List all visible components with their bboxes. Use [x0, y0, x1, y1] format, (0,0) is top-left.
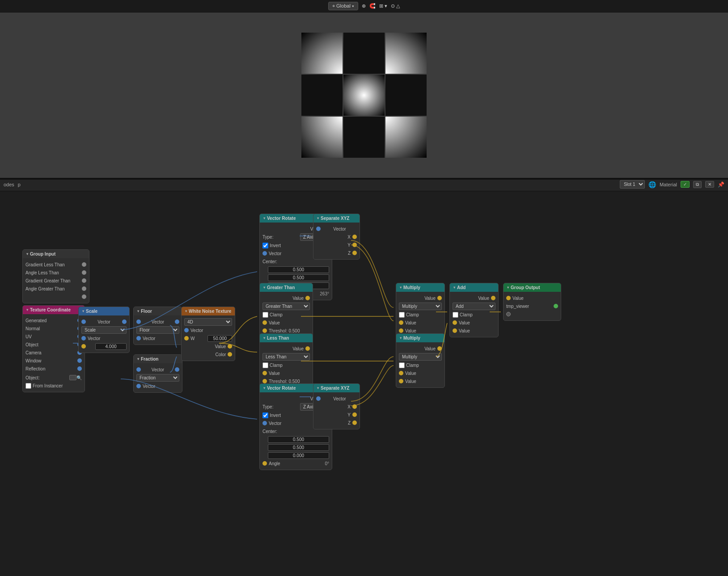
- mt-clamp-check[interactable]: [399, 312, 405, 318]
- white-noise-header[interactable]: ▾ White Noise Texture: [182, 307, 235, 315]
- add-clamp-check[interactable]: [453, 312, 458, 318]
- vrt-cx-input[interactable]: [268, 266, 329, 273]
- vrb-invert-check[interactable]: [262, 412, 268, 418]
- sxyz-t-socket-vec[interactable]: [316, 227, 321, 231]
- sxyz-bot-header[interactable]: ▾ Separate XYZ: [313, 384, 360, 392]
- sxyz-b-socket-vec[interactable]: [316, 396, 321, 401]
- separator-icon: ⊕: [362, 3, 366, 9]
- mb-type-select[interactable]: Multiply: [399, 353, 442, 361]
- wn-dim-select[interactable]: 4D: [184, 318, 232, 326]
- gt-clamp-check[interactable]: [262, 312, 268, 318]
- gi-socket-gradient-greater[interactable]: [82, 278, 86, 283]
- floor-socket-out[interactable]: [175, 320, 179, 324]
- sxyz-t-socket-z[interactable]: [352, 251, 357, 255]
- mt-type-select[interactable]: Multiply: [399, 303, 442, 310]
- vrb-cz-input[interactable]: [268, 452, 329, 459]
- fraction-vec-in: Vector: [136, 366, 179, 373]
- sxyz-b-socket-y[interactable]: [352, 412, 357, 417]
- go-header[interactable]: ▾ Group Output: [504, 283, 561, 292]
- scale-socket-val[interactable]: [81, 344, 86, 349]
- tc-object-picker[interactable]: [69, 375, 76, 380]
- add-socket-in2[interactable]: [453, 328, 457, 333]
- wn-socket-vec[interactable]: [184, 328, 189, 332]
- vrb-cx-input[interactable]: [268, 436, 329, 443]
- copy-material-btn[interactable]: ⧉: [693, 181, 702, 188]
- vrb-cy-input[interactable]: [268, 444, 329, 451]
- gt-header[interactable]: ▾ Greater Than: [260, 283, 313, 292]
- sxyz-b-socket-x[interactable]: [352, 404, 357, 409]
- scale-type-select[interactable]: Scale: [81, 326, 127, 334]
- wn-vector: Vector: [184, 327, 232, 334]
- add-socket-out[interactable]: [491, 296, 495, 300]
- mb-clamp-check[interactable]: [399, 362, 405, 368]
- mb-socket-in1[interactable]: [399, 371, 403, 375]
- sxyz-t-socket-y[interactable]: [352, 243, 357, 247]
- mb-socket-out[interactable]: [437, 346, 442, 351]
- gt-socket-thresh[interactable]: [262, 328, 267, 333]
- use-material-btn[interactable]: ✓: [681, 181, 690, 188]
- wn-w-input[interactable]: [207, 335, 232, 342]
- mult-bot-header[interactable]: ▾ Multiply: [396, 334, 444, 342]
- scale-value-input[interactable]: [95, 343, 127, 350]
- floor-type-select[interactable]: Floor: [136, 326, 179, 334]
- tex-coord-header[interactable]: ▾ Texture Coordinate: [23, 306, 85, 314]
- tc-socket-window[interactable]: [77, 358, 82, 363]
- floor-header[interactable]: ▾ Floor: [134, 307, 182, 315]
- vrt-cy-input[interactable]: [268, 274, 329, 281]
- gi-socket-extra[interactable]: [82, 294, 86, 299]
- transform-btn[interactable]: ⌖ Global ▾: [328, 2, 358, 10]
- vrt-socket-vec-in[interactable]: [262, 251, 267, 256]
- floor-socket-vec[interactable]: [136, 336, 141, 341]
- add-header[interactable]: ▾ Add: [450, 283, 498, 292]
- lt-type-select[interactable]: Less Than: [262, 353, 310, 361]
- gt-type-select[interactable]: Greater Than: [262, 303, 310, 310]
- lt-socket-thresh[interactable]: [262, 379, 267, 383]
- mb-socket-in2[interactable]: [399, 379, 403, 383]
- gt-socket-out[interactable]: [305, 296, 310, 300]
- gt-socket-val-in[interactable]: [262, 320, 267, 325]
- go-socket-in[interactable]: [506, 296, 511, 300]
- fraction-socket-in[interactable]: [136, 367, 141, 372]
- add-socket-in1[interactable]: [453, 320, 457, 325]
- tc-eyedropper-icon[interactable]: 🔍: [76, 375, 82, 380]
- scale-socket-vec2[interactable]: [81, 336, 86, 341]
- fraction-socket-out[interactable]: [175, 367, 179, 372]
- wn-socket-w[interactable]: [184, 336, 189, 341]
- lt-socket-out[interactable]: [305, 346, 310, 351]
- fraction-socket-vec[interactable]: [136, 384, 141, 388]
- scale-value: [81, 343, 127, 350]
- vrb-socket-angle[interactable]: [262, 461, 267, 466]
- tc-socket-refl[interactable]: [77, 366, 82, 371]
- vrb-socket-vec-in[interactable]: [262, 421, 267, 425]
- group-input-header[interactable]: ▾ Group Input: [23, 250, 89, 258]
- fraction-type-select[interactable]: Fraction: [136, 374, 179, 382]
- lt-header[interactable]: ▾ Less Than: [260, 334, 313, 342]
- scale-title: Scale: [86, 309, 97, 314]
- gi-socket-angle-greater[interactable]: [82, 286, 86, 291]
- add-type-select[interactable]: Add: [453, 303, 495, 310]
- mt-socket-in1[interactable]: [399, 320, 403, 325]
- mt-socket-out[interactable]: [437, 296, 442, 300]
- tc-instancer-check[interactable]: [25, 383, 31, 389]
- mt-socket-in2[interactable]: [399, 328, 403, 333]
- floor-socket-in[interactable]: [136, 320, 141, 324]
- vrt-invert-check[interactable]: [262, 243, 268, 248]
- wn-socket-col-out[interactable]: [228, 352, 232, 357]
- lt-clamp-check[interactable]: [262, 362, 268, 368]
- sxyz-t-socket-x[interactable]: [352, 235, 357, 239]
- go-socket-viewer[interactable]: [554, 304, 558, 308]
- viewport-divider[interactable]: [0, 178, 728, 180]
- scale-socket-vec-out[interactable]: [122, 320, 127, 324]
- gi-socket-gradient-less[interactable]: [82, 262, 86, 267]
- gi-socket-angle-less[interactable]: [82, 270, 86, 275]
- mult-top-header[interactable]: ▾ Multiply: [396, 283, 444, 292]
- sxyz-b-socket-z[interactable]: [352, 420, 357, 425]
- wn-socket-val-out[interactable]: [228, 344, 232, 349]
- sxyz-top-header[interactable]: ▾ Separate XYZ: [313, 214, 360, 223]
- scale-socket-vec-in[interactable]: [81, 320, 86, 324]
- lt-socket-val-in[interactable]: [262, 371, 267, 375]
- slot-select[interactable]: Slot 1: [620, 180, 645, 189]
- fraction-header[interactable]: ▾ Fraction: [134, 355, 182, 363]
- close-material-btn[interactable]: ✕: [705, 181, 714, 188]
- scale-header[interactable]: ▾ Scale: [79, 307, 129, 315]
